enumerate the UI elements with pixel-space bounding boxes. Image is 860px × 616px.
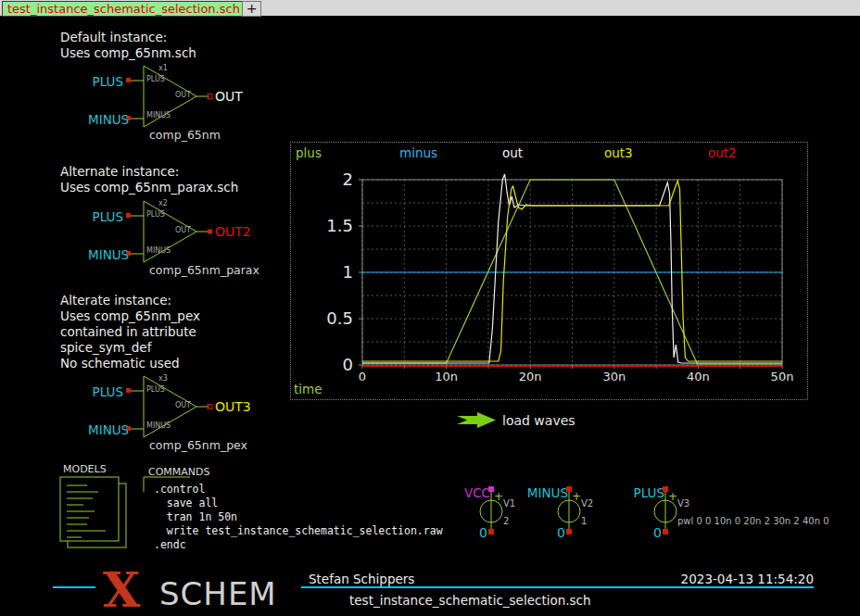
symbol-name: comp_65nm_parax xyxy=(149,263,259,277)
net-label-minus: MINUS xyxy=(88,422,123,437)
load-waves-label: load waves xyxy=(502,413,575,428)
net-label-gnd: 0 xyxy=(653,525,662,540)
x-tick-label: 20n xyxy=(512,370,549,383)
x-tick-label: 30n xyxy=(596,370,633,383)
plus-polarity-mark: + xyxy=(494,490,503,503)
tab-bar: test_instance_schematic_selection.sch + xyxy=(0,0,860,18)
net-label-gnd: 0 xyxy=(479,525,487,540)
net-label-out2: OUT2 xyxy=(215,224,251,239)
pin-label-minus: MINUS xyxy=(146,111,171,119)
models-label: MODELS xyxy=(63,463,107,475)
xschem-logo-text: SCHEM xyxy=(159,575,277,612)
instance-ref: x3 xyxy=(158,374,168,383)
pin-label-minus: MINUS xyxy=(146,246,171,255)
pin-label-plus: PLUS xyxy=(146,75,165,83)
pin-label-out: OUT xyxy=(170,401,191,409)
note-default-instance: Default instance: Uses comp_65nm.sch xyxy=(60,30,196,61)
y-tick-label: 1 xyxy=(343,262,353,282)
pin-label-out: OUT xyxy=(170,91,191,99)
comparator-instance-x3[interactable]: PLUS MINUS x3 PLUS MINUS OUT OUT3 comp_6… xyxy=(88,373,273,447)
legend-minus: minus xyxy=(399,145,437,160)
models-document-icon[interactable] xyxy=(59,476,129,550)
launcher-arrow-icon xyxy=(456,411,500,430)
spice-commands-text: .control save all tran 1n 50n write test… xyxy=(154,483,443,552)
source-value: 2 xyxy=(503,516,509,526)
y-tick-label: 0.5 xyxy=(326,308,353,328)
source-value: 1 xyxy=(581,516,587,526)
sheet-title: test_instance_schematic_selection.sch xyxy=(349,593,591,608)
source-value: pwl 0 0 10n 0 20n 2 30n 2 40n 0 xyxy=(677,516,829,526)
instance-ref: x1 xyxy=(158,64,168,72)
pin-label-out: OUT xyxy=(170,226,191,234)
net-label-gnd: 0 xyxy=(557,525,565,540)
legend-out2: out2 xyxy=(708,145,737,160)
vsource-v1[interactable]: VCC + V1 2 0 xyxy=(477,485,505,539)
waveform-graph[interactable]: 00.511.52010n20n30n40n50nplusminusoutout… xyxy=(290,142,808,400)
timestamp: 2023-04-13 11:54:20 xyxy=(669,572,814,586)
net-label-minus: MINUS xyxy=(88,112,123,127)
x-tick-label: 40n xyxy=(679,370,716,383)
net-label-plus: PLUS xyxy=(88,384,123,399)
source-ref: V1 xyxy=(503,498,515,509)
y-tick-label: 1.5 xyxy=(326,216,353,235)
legend-plus: plus xyxy=(296,145,322,160)
pin-label-minus: MINUS xyxy=(146,421,171,430)
x-tick-label: 0 xyxy=(344,370,381,383)
x-axis-title: time xyxy=(294,382,322,396)
source-ref: V3 xyxy=(677,498,689,509)
pin-square-out xyxy=(208,230,212,234)
symbol-name: comp_65nm xyxy=(149,128,221,142)
x-tick-label: 50n xyxy=(764,370,801,383)
plus-polarity-mark: + xyxy=(572,490,581,503)
net-label-out: OUT xyxy=(215,89,243,104)
symbol-name: comp_65nm_pex xyxy=(149,438,247,452)
waveform-plot xyxy=(291,143,809,401)
xschem-canvas[interactable]: test_instance_schematic_selection.sch + … xyxy=(0,0,860,616)
title-rule-main xyxy=(301,586,814,588)
plus-polarity-mark: + xyxy=(668,490,677,503)
note-alternate-instance: Alternate instance: Uses comp_65nm_parax… xyxy=(60,164,238,195)
load-waves-launcher[interactable]: load waves xyxy=(456,411,623,430)
legend-out: out xyxy=(502,145,523,160)
author-name: Stefan Schippers xyxy=(309,572,414,586)
pin-square-plus xyxy=(126,78,131,82)
source-ref: V2 xyxy=(581,498,593,509)
net-label-minus: MINUS xyxy=(88,247,123,262)
x-tick-label: 10n xyxy=(428,370,465,383)
pin-square-bottom xyxy=(663,529,668,534)
pin-label-plus: PLUS xyxy=(146,385,165,394)
vsource-v2[interactable]: MINUS + V2 1 0 xyxy=(555,485,583,539)
net-label-out3: OUT3 xyxy=(215,399,251,414)
y-tick-label: 2 xyxy=(343,170,353,189)
net-label-plus: PLUS xyxy=(88,74,123,89)
instance-ref: x2 xyxy=(158,199,168,207)
note-pex-instance: Alterate instance: Uses comp_65nm_pex co… xyxy=(60,293,200,371)
pin-square-bottom xyxy=(566,529,572,534)
pin-square-plus xyxy=(126,213,131,218)
xschem-logo-x: X xyxy=(103,561,140,616)
net-label-plus: PLUS xyxy=(88,209,123,224)
comparator-instance-x1[interactable]: PLUS MINUS x1 PLUS MINUS OUT OUT comp_65… xyxy=(88,63,273,137)
tab-current-schematic[interactable]: test_instance_schematic_selection.sch xyxy=(2,1,246,17)
title-rule-left xyxy=(53,586,95,588)
pin-square-plus xyxy=(126,388,131,393)
pin-label-plus: PLUS xyxy=(146,210,165,219)
comparator-instance-x2[interactable]: PLUS MINUS x2 PLUS MINUS OUT OUT2 comp_6… xyxy=(88,198,273,272)
legend-out3: out3 xyxy=(604,145,633,160)
new-tab-button[interactable]: + xyxy=(242,1,261,17)
pin-square-bottom xyxy=(488,529,494,534)
vsource-v3[interactable]: PLUS + V3 pwl 0 0 10n 0 20n 2 30n 2 40n … xyxy=(651,485,679,539)
